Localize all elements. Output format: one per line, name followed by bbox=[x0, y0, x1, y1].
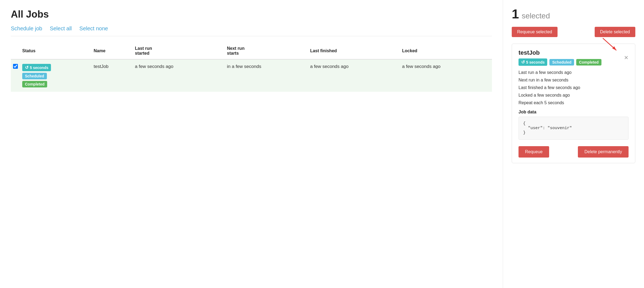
selected-label: selected bbox=[522, 12, 550, 20]
col-last-finished: Last finished bbox=[308, 43, 400, 59]
next-run-cell: in a few seconds bbox=[225, 59, 308, 92]
badge-interval: 5 seconds bbox=[22, 64, 51, 71]
table-row: 5 seconds Scheduled Completed testJob a … bbox=[11, 59, 492, 92]
requeue-button[interactable]: Requeue bbox=[519, 146, 549, 158]
locked-cell: a few seconds ago bbox=[400, 59, 492, 92]
top-action-buttons: Requeue selected Delete selected bbox=[512, 27, 635, 37]
badge-completed: Completed bbox=[22, 81, 47, 87]
detail-badge-completed: Completed bbox=[576, 59, 601, 66]
job-name-cell: testJob bbox=[92, 59, 133, 92]
job-detail-actions: Requeue Delete permanently bbox=[519, 146, 629, 158]
close-detail-button[interactable]: ✕ bbox=[624, 55, 629, 60]
selected-number: 1 bbox=[512, 6, 519, 21]
arrow-annotation bbox=[600, 35, 622, 54]
schedule-job-link[interactable]: Schedule job bbox=[11, 25, 42, 32]
detail-badge-interval: 5 seconds bbox=[519, 58, 547, 66]
info-last-run: Last run a few seconds ago bbox=[519, 70, 629, 75]
job-data-label: Job data bbox=[519, 110, 629, 114]
detail-badge-scheduled: Scheduled bbox=[549, 59, 574, 66]
left-panel: All Jobs Schedule job Select all Select … bbox=[0, 0, 503, 288]
status-badges: 5 seconds Scheduled Completed bbox=[22, 64, 89, 87]
col-next-run: Next runstarts bbox=[225, 43, 308, 59]
col-locked: Locked bbox=[400, 43, 492, 59]
status-cell: 5 seconds Scheduled Completed bbox=[20, 59, 92, 92]
row-checkbox-cell bbox=[11, 59, 20, 92]
col-name: Name bbox=[92, 43, 133, 59]
last-run-cell: a few seconds ago bbox=[133, 59, 225, 92]
info-locked: Locked a few seconds ago bbox=[519, 93, 629, 98]
job-detail-info: Last run a few seconds ago Next run in a… bbox=[519, 70, 629, 105]
col-status: Status bbox=[20, 43, 92, 59]
checkbox-header bbox=[11, 43, 20, 59]
col-last-run: Last runstarted bbox=[133, 43, 225, 59]
job-data-code: { "user": "souvenir" } bbox=[519, 117, 629, 140]
requeue-selected-button[interactable]: Requeue selected bbox=[512, 27, 558, 37]
job-detail-badges: 5 seconds Scheduled Completed bbox=[519, 58, 601, 66]
right-panel: 1 selected Requeue selected Delete selec… bbox=[503, 0, 644, 288]
last-finished-cell: a few seconds ago bbox=[308, 59, 400, 92]
row-checkbox[interactable] bbox=[13, 64, 18, 69]
info-repeat: Repeat each 5 seconds bbox=[519, 100, 629, 105]
select-all-link[interactable]: Select all bbox=[50, 25, 72, 32]
job-detail-title: testJob bbox=[519, 49, 540, 56]
badge-scheduled: Scheduled bbox=[22, 73, 47, 79]
selected-count-row: 1 selected bbox=[512, 6, 635, 21]
table-header-row: Status Name Last runstarted Next runstar… bbox=[11, 43, 492, 59]
info-next-run: Next run in a few seconds bbox=[519, 78, 629, 83]
delete-permanently-button[interactable]: Delete permanently bbox=[578, 146, 629, 158]
jobs-table: Status Name Last runstarted Next runstar… bbox=[11, 43, 492, 92]
page-title: All Jobs bbox=[11, 9, 492, 20]
job-detail-card: testJob 5 seconds Scheduled Completed ✕ … bbox=[512, 44, 635, 163]
info-last-finished: Last finished a few seconds ago bbox=[519, 85, 629, 90]
job-title-section: testJob 5 seconds Scheduled Completed bbox=[519, 49, 601, 66]
select-none-link[interactable]: Select none bbox=[79, 25, 108, 32]
job-data-section: Job data { "user": "souvenir" } bbox=[519, 110, 629, 140]
toolbar: Schedule job Select all Select none bbox=[11, 25, 492, 36]
